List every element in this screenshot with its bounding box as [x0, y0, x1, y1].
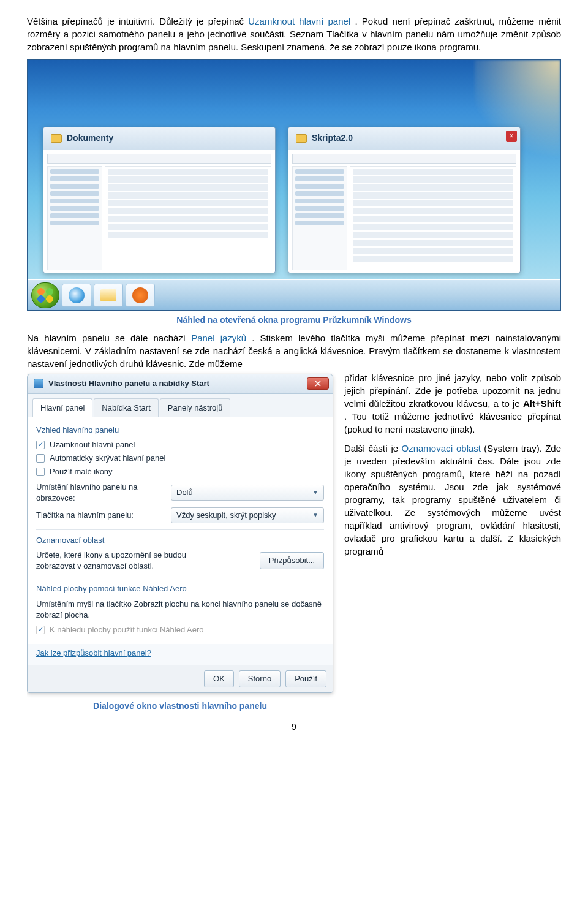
intro-text-a: Většina přepínačů je intuitivní. Důležit… — [27, 16, 248, 26]
right-2a: Další částí je — [344, 443, 401, 453]
checkbox-icon — [36, 441, 45, 449]
customize-button-label: Přizpůsobit... — [269, 555, 315, 566]
checkbox-icon — [36, 468, 45, 476]
checkbox-icon — [36, 454, 45, 463]
folder-icon — [51, 134, 62, 143]
dropdown-position-value: Dolů — [176, 487, 193, 498]
label-position: Umístění hlavního panelu na obrazovce: — [36, 482, 159, 504]
mid-link: Panel jazyků — [191, 333, 246, 343]
label-buttons: Tlačítka na hlavním panelu: — [36, 510, 134, 521]
apply-button[interactable]: Použít — [285, 670, 326, 687]
tab-start-menu[interactable]: Nabídka Start — [94, 398, 159, 417]
figure-caption-1: Náhled na otevřená okna programu Průzkum… — [27, 314, 561, 327]
tab-main-panel[interactable]: Hlavní panel — [32, 398, 92, 417]
checkbox-icon — [36, 626, 45, 634]
tray-desc: Určete, které ikony a upozornění se budo… — [36, 550, 220, 572]
taskbar-preview-figure: × Dokumenty — [27, 59, 561, 311]
help-link[interactable]: Jak lze přizpůsobit hlavní panel? — [28, 644, 160, 665]
section-aero: Náhled plochy pomocí funkce Náhled Aero — [36, 583, 324, 594]
preview-window-2-title: Skripta2.0 — [312, 132, 353, 145]
right-1b: Alt+Shift — [523, 398, 561, 409]
customize-button[interactable]: Přizpůsobit... — [260, 552, 324, 569]
dialog-tabs: Hlavní panel Nabídka Start Panely nástro… — [28, 394, 333, 417]
right-2b: (System tray). Zde je uveden především a… — [344, 443, 561, 556]
close-icon[interactable]: × — [506, 131, 517, 142]
checkbox-aero-label: K náhledu plochy použít funkci Náhled Ae… — [50, 624, 204, 635]
section-appearance: Vzhled hlavního panelu — [36, 425, 324, 436]
tab-toolbars[interactable]: Panely nástrojů — [160, 398, 231, 417]
checkbox-autohide[interactable]: Automaticky skrývat hlavní panel — [36, 453, 324, 464]
cancel-button-label: Storno — [248, 673, 271, 684]
checkbox-small-icons[interactable]: Použít malé ikony — [36, 466, 324, 477]
checkbox-autohide-label: Automaticky skrývat hlavní panel — [50, 453, 165, 464]
checkbox-lock-label: Uzamknout hlavní panel — [50, 439, 135, 450]
preview-window-1-title: Dokumenty — [67, 132, 113, 145]
intro-para: Většina přepínačů je intuitivní. Důležit… — [27, 15, 561, 53]
dropdown-buttons-value: Vždy seskupit, skrýt popisky — [176, 510, 276, 521]
checkbox-aero: K náhledu plochy použít funkci Náhled Ae… — [36, 624, 324, 635]
taskbar-icon-explorer[interactable] — [94, 284, 123, 307]
apply-button-label: Použít — [295, 673, 317, 684]
intro-link: Uzamknout hlavní panel — [248, 16, 350, 26]
chevron-down-icon: ▼ — [312, 488, 318, 497]
taskbar — [28, 279, 560, 310]
page-number: 9 — [27, 721, 561, 733]
figure-caption-2: Dialogové okno vlastnosti hlavního panel… — [27, 700, 333, 713]
dropdown-position[interactable]: Dolů ▼ — [171, 485, 324, 501]
taskbar-icon-wmp[interactable] — [126, 284, 155, 307]
aero-desc: Umístěním myši na tlačítko Zobrazit ploc… — [36, 599, 324, 621]
right-1c: . Tou totiž můžeme jednotlivé klávesnice… — [344, 411, 561, 434]
mid-para: Na hlavním panelu se dále nachází Panel … — [27, 331, 561, 370]
ok-button[interactable]: OK — [204, 670, 234, 687]
close-button[interactable] — [307, 377, 329, 390]
cancel-button[interactable]: Storno — [239, 670, 281, 687]
start-button[interactable] — [31, 282, 59, 308]
section-tray: Oznamovací oblast — [36, 535, 324, 546]
preview-window-1: × Dokumenty — [43, 127, 276, 273]
taskbar-properties-dialog: Vlastnosti Hlavního panelu a nabídky Sta… — [27, 374, 333, 694]
checkbox-lock-taskbar[interactable]: Uzamknout hlavní panel — [36, 439, 324, 450]
dialog-title: Vlastnosti Hlavního panelu a nabídky Sta… — [48, 378, 209, 389]
right-2-link: Oznamovací oblast — [401, 443, 481, 453]
preview-window-2: × Skripta2.0 — [288, 127, 521, 273]
mid-text-a: Na hlavním panelu se dále nachází — [27, 333, 191, 343]
dropdown-buttons[interactable]: Vždy seskupit, skrýt popisky ▼ — [171, 507, 324, 523]
chevron-down-icon: ▼ — [312, 511, 318, 520]
checkbox-small-label: Použít malé ikony — [50, 466, 113, 477]
close-icon — [315, 381, 321, 387]
taskbar-icon-ie[interactable] — [62, 284, 91, 307]
ok-button-label: OK — [213, 673, 225, 684]
dialog-icon — [34, 379, 43, 388]
folder-icon — [296, 134, 307, 143]
